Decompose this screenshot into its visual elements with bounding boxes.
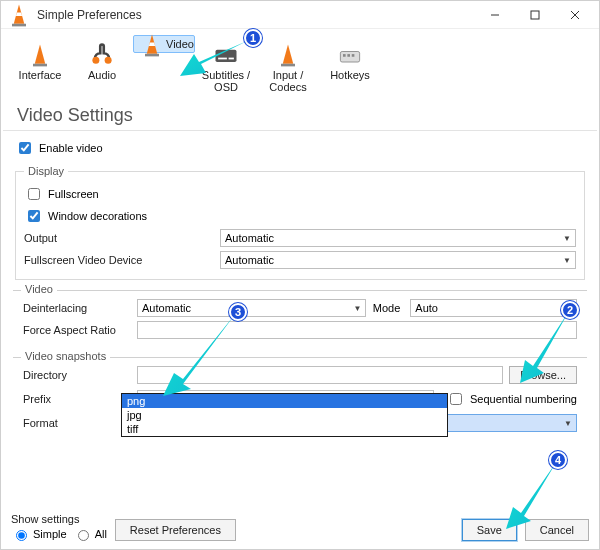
svg-marker-25 <box>163 313 236 396</box>
annotation-badge-1: 1 <box>244 29 262 47</box>
svg-marker-26 <box>506 461 557 529</box>
preferences-window: Simple Preferences Interface Audio Video… <box>0 0 600 550</box>
svg-marker-24 <box>520 311 569 383</box>
annotation-badge-4: 4 <box>549 451 567 469</box>
annotation-arrows <box>1 1 600 550</box>
annotation-badge-2: 2 <box>561 301 579 319</box>
svg-marker-23 <box>180 41 247 76</box>
annotation-badge-3: 3 <box>229 303 247 321</box>
